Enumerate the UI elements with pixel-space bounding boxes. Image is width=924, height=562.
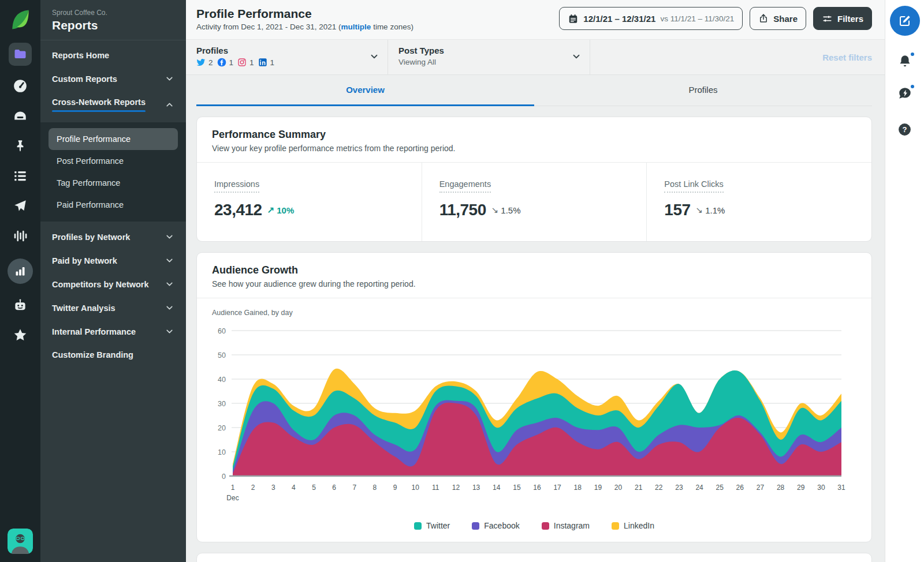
paper-plane-icon[interactable] [13, 198, 28, 213]
tab-profiles[interactable]: Profiles [534, 75, 872, 106]
tab-overview[interactable]: Overview [196, 75, 534, 106]
legend-swatch-icon [472, 522, 479, 530]
chevron-down-icon [165, 303, 174, 313]
sidebar-item-customize-branding[interactable]: Customize Branding [40, 343, 186, 366]
sidebar-item-cross-network-reports[interactable]: Cross-Network Reports [40, 91, 186, 119]
profile-count-instagram: 1 [237, 58, 254, 67]
notifications-bell-icon[interactable] [897, 53, 913, 69]
sidebar-item-twitter-analysis[interactable]: Twitter Analysis [40, 296, 186, 320]
report-content: Performance Summary View your key profil… [186, 106, 885, 562]
bot-icon[interactable] [13, 298, 28, 313]
network-count: 1 [249, 58, 254, 67]
audience-growth-card: Audience Growth See how your audience gr… [196, 252, 872, 542]
chevron-down-icon [165, 74, 174, 84]
sprout-logo-icon[interactable] [8, 7, 33, 32]
chevron-down-icon [571, 51, 582, 64]
legend-twitter[interactable]: Twitter [414, 521, 450, 530]
network-count: 2 [208, 58, 213, 67]
help-icon[interactable]: ? [897, 121, 913, 137]
sidebar-item-label: Reports Home [52, 51, 109, 60]
date-range-button[interactable]: 12/1/21 – 12/31/21 vs 11/1/21 – 11/30/21 [559, 7, 743, 30]
trend-up-arrow-icon: ↗ [267, 205, 275, 215]
svg-text:4: 4 [292, 484, 296, 492]
trend-down-arrow-icon: ↘ [491, 205, 499, 215]
chevron-down-icon [165, 279, 174, 289]
legend-linkedin[interactable]: LinkedIn [612, 521, 654, 530]
twitter-icon [196, 58, 206, 67]
sidebar-subitem-profile-performance[interactable]: Profile Performance [49, 128, 178, 150]
dashboard-gauge-icon[interactable] [13, 78, 28, 93]
sidebar-subitem-tag-performance[interactable]: Tag Performance [49, 172, 178, 194]
page-header: Profile Performance Activity from Dec 1,… [186, 0, 885, 39]
svg-text:0: 0 [222, 473, 226, 481]
svg-text:21: 21 [635, 484, 643, 492]
svg-text:5: 5 [312, 484, 316, 492]
audience-growth-chart: 0102030405060 12345678910111213141516171… [212, 324, 856, 516]
svg-text:19: 19 [594, 484, 602, 492]
legend-facebook[interactable]: Facebook [472, 521, 519, 530]
sidebar-item-custom-reports[interactable]: Custom Reports [40, 67, 186, 91]
metric-post-link-clicks: Post Link Clicks 157 ↘ 1.1% [646, 163, 871, 241]
reset-filters-link[interactable]: Reset filters [822, 53, 872, 62]
app-root: Sprout Coffee Co. Reports Reports HomeCu… [0, 0, 924, 562]
profile-count-linkedin: 1 [258, 58, 275, 67]
filters-button[interactable]: Filters [813, 7, 872, 30]
sidebar-item-label: Competitors by Network [52, 280, 149, 289]
audience-growth-subtitle: See how your audience grew during the re… [212, 279, 856, 289]
svg-text:20: 20 [218, 424, 226, 432]
svg-text:10: 10 [412, 484, 420, 492]
sidebar-item-label: Cross-Network Reports [52, 98, 146, 112]
sidebar-title: Reports [52, 18, 174, 32]
share-button[interactable]: Share [750, 7, 806, 30]
sidebar-item-competitors-by-network[interactable]: Competitors by Network [40, 272, 186, 296]
page-subtitle: Activity from Dec 1, 2021 - Dec 31, 2021… [196, 23, 413, 31]
reports-folder-icon[interactable] [9, 43, 32, 66]
sidebar-item-internal-performance[interactable]: Internal Performance [40, 320, 186, 343]
post-types-filter[interactable]: Post Types Viewing All [388, 40, 590, 74]
audience-metrics-card: Audience Metrics Totals % Change [196, 553, 872, 562]
sidebar-subitem-paid-performance[interactable]: Paid Performance [49, 194, 178, 216]
profiles-filter[interactable]: Profiles 2111 [186, 40, 388, 74]
sidebar-item-label: Paid by Network [52, 256, 117, 265]
performance-summary-card: Performance Summary View your key profil… [196, 117, 872, 242]
compose-button[interactable] [890, 6, 920, 36]
svg-text:1: 1 [231, 484, 235, 492]
metric-value: 23,412 [214, 201, 262, 219]
audio-wave-icon[interactable] [13, 228, 28, 243]
metric-label[interactable]: Impressions [214, 179, 259, 193]
metric-label[interactable]: Post Link Clicks [664, 179, 723, 193]
filter-bar: Profiles 2111 Post Types Viewing All Res… [186, 39, 885, 75]
audience-metrics-table-header: Audience Metrics Totals % Change [197, 553, 871, 562]
chevron-down-icon [165, 256, 174, 265]
facebook-icon [217, 58, 226, 67]
inbox-icon[interactable] [13, 108, 28, 123]
pin-icon[interactable] [13, 138, 28, 153]
sidebar-item-paid-by-network[interactable]: Paid by Network [40, 249, 186, 272]
svg-text:2: 2 [251, 484, 255, 492]
stacked-area-chart-svg: 0102030405060 12345678910111213141516171… [212, 324, 856, 514]
multiple-time-zones-link[interactable]: multiple [341, 23, 371, 31]
chevron-up-icon [165, 100, 174, 110]
main-content: Profile Performance Activity from Dec 1,… [186, 0, 885, 562]
profile-count-twitter: 2 [196, 58, 213, 67]
message-bolt-icon[interactable] [897, 85, 913, 102]
star-icon[interactable] [13, 328, 28, 343]
sidebar-item-reports-home[interactable]: Reports Home [40, 44, 186, 67]
user-avatar[interactable] [8, 529, 33, 554]
network-count: 1 [270, 58, 275, 67]
bar-chart-reports-icon[interactable] [8, 258, 33, 284]
chart-legend: Twitter Facebook Instagram LinkedIn [212, 516, 856, 542]
legend-instagram[interactable]: Instagram [542, 521, 590, 530]
compose-icon [898, 14, 912, 28]
share-icon [758, 13, 769, 24]
svg-text:15: 15 [513, 484, 521, 492]
queue-list-icon[interactable] [13, 168, 28, 183]
svg-text:3: 3 [271, 484, 275, 492]
legend-label: LinkedIn [624, 521, 654, 530]
sidebar-item-profiles-by-network[interactable]: Profiles by Network [40, 225, 186, 249]
svg-text:29: 29 [797, 484, 805, 492]
sidebar-subitem-post-performance[interactable]: Post Performance [49, 150, 178, 172]
legend-swatch-icon [414, 522, 422, 530]
metric-label[interactable]: Engagements [439, 179, 491, 193]
svg-text:17: 17 [553, 484, 561, 492]
